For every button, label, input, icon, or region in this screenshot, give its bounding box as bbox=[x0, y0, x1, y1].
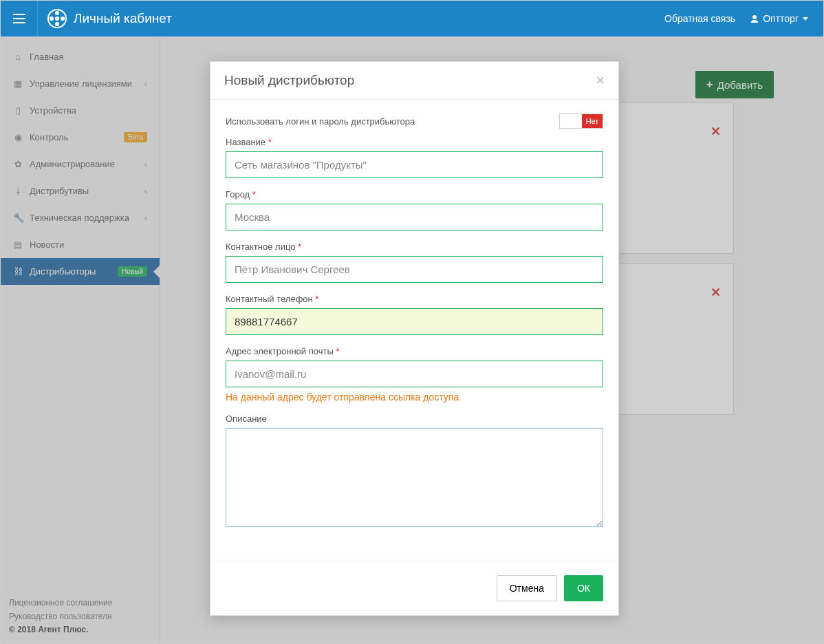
name-input[interactable] bbox=[226, 151, 603, 178]
cancel-button[interactable]: Отмена bbox=[497, 575, 557, 601]
contact-label: Контактное лицо * bbox=[226, 242, 603, 252]
contact-input[interactable] bbox=[226, 256, 603, 283]
hamburger-button[interactable] bbox=[1, 1, 38, 36]
modal-header: Новый дистрибьютор × bbox=[210, 62, 618, 100]
hamburger-icon bbox=[13, 14, 25, 23]
toggle-off-side bbox=[560, 114, 582, 128]
email-helper-text: На данный адрес будет отправлена ссылка … bbox=[226, 391, 603, 402]
description-label: Описание bbox=[226, 414, 603, 424]
user-icon bbox=[750, 14, 759, 23]
phone-input[interactable] bbox=[226, 308, 603, 335]
modal-title: Новый дистрибьютор bbox=[224, 73, 354, 88]
description-textarea[interactable] bbox=[226, 428, 603, 527]
city-label: Город * bbox=[226, 189, 603, 200]
modal-footer: Отмена ОК bbox=[210, 561, 618, 615]
feedback-link[interactable]: Обратная связь bbox=[664, 13, 735, 24]
svg-point-0 bbox=[752, 15, 757, 19]
caret-down-icon bbox=[803, 17, 808, 21]
user-name: Оптторг bbox=[763, 13, 799, 24]
use-creds-toggle[interactable]: Нет bbox=[559, 114, 603, 129]
top-header: Личный кабинет Обратная связь Оптторг bbox=[1, 1, 823, 36]
city-input[interactable] bbox=[226, 204, 603, 230]
app-title: Личный кабинет bbox=[74, 11, 172, 26]
modal-body: Использовать логин и пароль дистрибьютор… bbox=[210, 100, 618, 547]
toggle-on-side: Нет bbox=[582, 114, 603, 128]
close-icon[interactable]: × bbox=[596, 73, 605, 88]
new-distributor-modal: Новый дистрибьютор × Использовать логин … bbox=[210, 61, 619, 616]
email-input[interactable] bbox=[226, 361, 603, 387]
name-label: Название * bbox=[226, 137, 603, 147]
app-brand[interactable]: Личный кабинет bbox=[38, 9, 182, 28]
user-menu[interactable]: Оптторг bbox=[750, 13, 808, 24]
phone-label: Контактный телефон * bbox=[226, 294, 603, 304]
use-creds-label: Использовать логин и пароль дистрибьютор… bbox=[226, 116, 415, 127]
ok-button[interactable]: ОК bbox=[564, 575, 603, 601]
email-label: Адрес электронной почты * bbox=[226, 346, 603, 356]
logo-icon bbox=[47, 9, 67, 28]
